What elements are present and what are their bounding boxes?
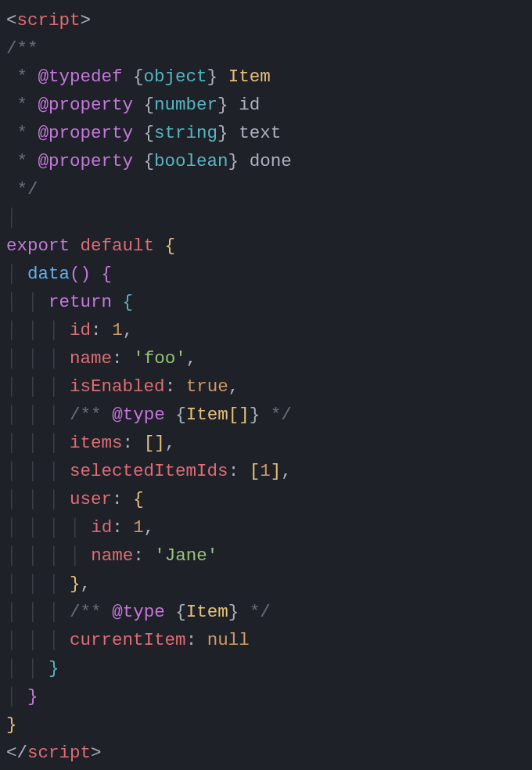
tag-script-open: script	[17, 10, 81, 31]
indent-guide: │	[27, 574, 38, 594]
indent-guide: │	[27, 658, 38, 678]
indent-guide: │	[49, 461, 59, 481]
indent-guide: │	[49, 376, 59, 397]
tag-close-angle: </	[6, 743, 27, 763]
key-items: items	[70, 433, 123, 453]
colon: :	[165, 376, 176, 397]
comma: ,	[186, 348, 197, 369]
bracket-close: ]	[271, 461, 282, 481]
colon: :	[228, 461, 239, 481]
brace: {	[133, 67, 144, 87]
indent-guide: │	[6, 517, 17, 538]
bracket-open: [	[144, 433, 155, 453]
key-name: name	[70, 348, 112, 369]
brace: }	[228, 151, 239, 171]
val-user-id: 1	[133, 517, 144, 538]
indent-guide: │	[6, 489, 17, 509]
jsdoc-type-number: number	[154, 95, 217, 115]
indent-guide: │	[6, 602, 17, 622]
brace: }	[217, 95, 228, 115]
brace-close: }	[49, 658, 59, 678]
brace-open: {	[102, 264, 113, 284]
brace-open: {	[133, 489, 144, 509]
inline-jsdoc-open: /**	[70, 602, 102, 622]
indent-guide: │	[27, 348, 38, 369]
indent-guide: │	[70, 517, 81, 538]
comma: ,	[81, 574, 92, 594]
key-selecteditemids: selectedItemIds	[70, 461, 228, 481]
indent-guide: │	[27, 376, 38, 397]
comma: ,	[144, 517, 155, 538]
indent-guide: │	[27, 292, 38, 312]
indent-guide: │	[49, 630, 59, 650]
brace: }	[207, 67, 218, 87]
indent-guide: │	[6, 686, 17, 707]
indent-guide: │	[27, 630, 38, 650]
indent-guide: │	[6, 320, 17, 340]
jsdoc-open: /**	[6, 38, 38, 59]
indent-guide: │	[6, 630, 17, 650]
brace: }	[228, 602, 239, 622]
jsdoc-close: */	[6, 179, 38, 200]
indent-guide: │	[49, 545, 59, 566]
brace-open: {	[123, 292, 134, 312]
inline-jsdoc-open: /**	[70, 405, 102, 425]
indent-guide: │	[6, 658, 17, 678]
comma: ,	[281, 461, 292, 481]
kw-default: default	[81, 236, 155, 256]
indent-guide: │	[27, 489, 38, 509]
paren-close: )	[81, 264, 92, 284]
key-isenabled: isEnabled	[70, 376, 165, 397]
brace: }	[217, 123, 228, 143]
brace-close: }	[6, 714, 17, 735]
type-item: Item	[186, 602, 228, 622]
comma: ,	[165, 433, 176, 453]
indent-guide: │	[6, 433, 17, 453]
indent-guide: │	[49, 602, 59, 622]
indent-guide: │	[6, 545, 17, 566]
indent-guide: │	[6, 574, 17, 594]
code-editor[interactable]: <script> /** * @typedef {object} Item * …	[0, 0, 532, 767]
colon: :	[112, 517, 123, 538]
type-item-array: Item[]	[186, 405, 250, 425]
brace: }	[250, 405, 261, 425]
colon: :	[91, 320, 102, 340]
key-id: id	[70, 320, 91, 340]
val-name: 'foo'	[133, 348, 186, 369]
tag-open-angle: <	[6, 10, 17, 31]
indent-guide: │	[70, 545, 81, 566]
jsdoc-typedef: @typedef	[38, 67, 123, 87]
brace: {	[144, 123, 155, 143]
indent-guide: │	[27, 405, 38, 425]
paren-open: (	[70, 264, 81, 284]
indent-guide: │	[6, 376, 17, 397]
indent-guide: │	[6, 207, 17, 228]
key-user-name: name	[91, 545, 133, 566]
brace-close: }	[27, 686, 38, 707]
colon: :	[186, 630, 197, 650]
indent-guide: │	[6, 461, 17, 481]
brace-open: {	[165, 236, 176, 256]
indent-guide: │	[6, 405, 17, 425]
bracket-open: [	[250, 461, 261, 481]
jsdoc-property: @property	[38, 151, 134, 171]
indent-guide: │	[49, 433, 59, 453]
indent-guide: │	[27, 320, 38, 340]
indent-guide: │	[27, 602, 38, 622]
val-true: true	[186, 376, 228, 397]
val-user-name: 'Jane'	[154, 545, 217, 566]
kw-return: return	[49, 292, 112, 312]
val-selected: 1	[260, 461, 271, 481]
indent-guide: │	[27, 517, 38, 538]
comma: ,	[123, 320, 134, 340]
indent-guide: │	[27, 433, 38, 453]
indent-guide: │	[27, 545, 38, 566]
indent-guide: │	[49, 517, 59, 538]
colon: :	[112, 348, 123, 369]
key-user-id: id	[91, 517, 112, 538]
typedef-name-item: Item	[228, 67, 271, 87]
brace-close: }	[70, 574, 81, 594]
indent-guide: │	[49, 348, 59, 369]
colon: :	[123, 433, 134, 453]
jsdoc-property: @property	[38, 123, 134, 143]
